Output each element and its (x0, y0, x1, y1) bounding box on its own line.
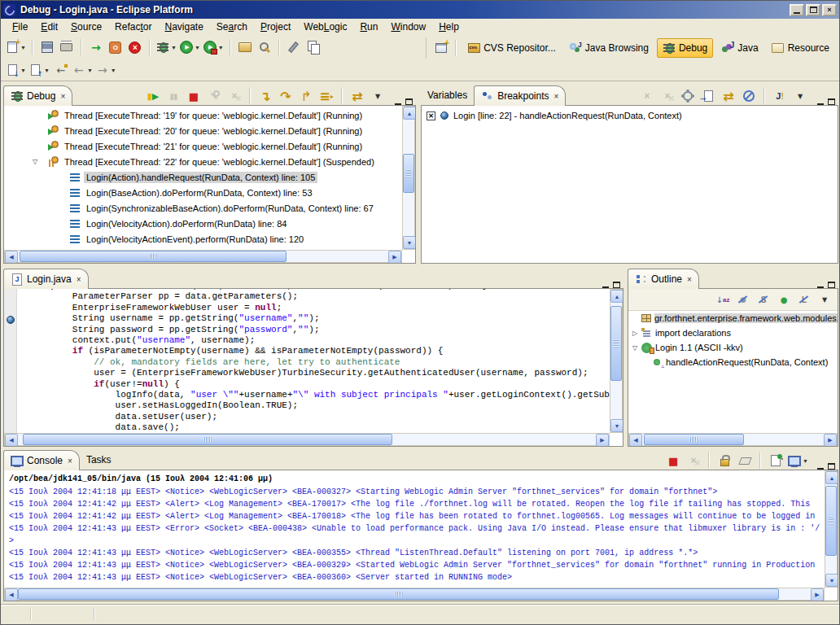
outline-row[interactable]: gr.forthnet.enterprise.framework.web.mod… (628, 311, 838, 326)
suspend-server-button[interactable] (107, 38, 125, 56)
terminate-button[interactable] (664, 452, 682, 470)
scroll-down-icon[interactable]: ▼ (403, 236, 416, 249)
tab-breakpoints[interactable]: Breakpoints × (474, 85, 566, 106)
remove-all-button[interactable] (225, 87, 243, 105)
perspective-resource[interactable]: Resource (767, 39, 834, 57)
dropdown-arrow-icon[interactable]: ▼ (20, 68, 26, 73)
minimize-icon[interactable] (602, 286, 609, 288)
dropdown-arrow-icon[interactable]: ▼ (87, 68, 93, 73)
tab-variables[interactable]: Variables (421, 85, 474, 105)
scroll-left-icon[interactable]: ◀ (5, 588, 18, 601)
hide-static-button[interactable] (755, 291, 772, 308)
step-into-button[interactable] (256, 87, 274, 105)
minimize-icon[interactable] (395, 103, 401, 105)
scroll-thumb[interactable] (403, 154, 414, 193)
menu-search[interactable]: Search (210, 20, 254, 34)
prev-annotation-button[interactable]: ▼ (28, 61, 50, 79)
perspective-debug[interactable]: Debug (657, 38, 713, 58)
gear-button[interactable] (679, 87, 697, 105)
scroll-left-icon[interactable]: ◀ (5, 434, 18, 447)
java-bp-button[interactable] (771, 87, 789, 105)
scroll-up-icon[interactable]: ▲ (403, 107, 416, 120)
hide-fields-button[interactable] (734, 291, 752, 308)
menu-help[interactable]: Help (432, 20, 466, 34)
back-button[interactable]: ▼ (72, 61, 94, 79)
step-filters-button[interactable] (317, 87, 335, 105)
tab-tasks[interactable]: Tasks (80, 450, 118, 470)
close-icon[interactable]: × (687, 275, 692, 284)
debug-tree-row[interactable]: Thread [ExecuteThread: '20' for queue: '… (4, 123, 402, 138)
hide-local-button[interactable] (795, 291, 813, 308)
scroll-thumb[interactable] (610, 306, 622, 381)
console-hscrollbar[interactable]: ◀ ▶ (4, 588, 825, 601)
dropdown-arrow-icon[interactable]: ▼ (195, 45, 200, 50)
outline-row[interactable]: ▷import declarations (628, 326, 838, 340)
expander-icon[interactable]: ▽ (630, 344, 640, 352)
menu-source[interactable]: Source (64, 20, 108, 34)
debug-tree-row[interactable]: Login(Action).handleRequest(RunData, Con… (4, 169, 402, 185)
menu-file[interactable]: File (6, 20, 34, 34)
tab-login-java[interactable]: Login.java × (3, 269, 89, 289)
scroll-down-icon[interactable]: ▼ (825, 574, 838, 587)
search-button[interactable] (256, 38, 273, 56)
debug-tree-row[interactable]: Login(VelocityActionEvent).perform(RunDa… (4, 231, 402, 247)
clear-button[interactable] (736, 452, 754, 470)
maximize-icon[interactable] (828, 463, 835, 470)
new-wizard-button[interactable]: ▼ (5, 38, 27, 56)
menu-project[interactable]: Project (254, 20, 297, 34)
minimize-icon[interactable] (817, 286, 824, 288)
display-console-button[interactable]: ▼ (787, 452, 809, 470)
scroll-right-icon[interactable]: ▶ (596, 434, 609, 447)
menu-edit[interactable]: Edit (34, 20, 64, 34)
link-debug-button[interactable] (720, 87, 737, 105)
close-icon[interactable]: × (77, 275, 81, 284)
debug-tree-row[interactable]: Login(BaseAction).doPerform(RunData, Con… (4, 185, 402, 200)
terminate-button[interactable] (185, 87, 203, 105)
resume-button[interactable] (144, 87, 162, 105)
console-vscrollbar[interactable]: ▲ ▼ (825, 470, 838, 588)
skip-all-button[interactable] (740, 87, 758, 105)
title-bar[interactable]: Debug - Login.java - Eclipse Platform × (1, 1, 839, 19)
maximize-icon[interactable] (828, 98, 835, 105)
remove-all-button[interactable] (685, 452, 702, 470)
remove-all-button[interactable] (658, 87, 676, 105)
breakpoint-item[interactable]: ×Login [line: 22] - handleActionRequest(… (422, 106, 838, 120)
pin-button[interactable] (767, 452, 785, 470)
sort-button[interactable] (714, 291, 732, 308)
tab-debug[interactable]: Debug × (3, 85, 72, 106)
hide-nonpublic-button[interactable] (775, 291, 793, 308)
scroll-lock-button[interactable] (715, 452, 733, 470)
close-icon[interactable]: × (68, 457, 72, 465)
tab-outline[interactable]: Outline × (628, 269, 699, 289)
debug-vscrollbar[interactable]: ▲▼ (402, 106, 415, 250)
menu-run[interactable]: Run (353, 20, 384, 34)
menu-window[interactable]: Window (384, 20, 432, 34)
scroll-left-icon[interactable]: ◀ (629, 434, 642, 447)
forward-button[interactable]: ▼ (95, 61, 117, 79)
next-annotation-button[interactable]: ▼ (5, 61, 27, 79)
external-tools-button[interactable]: ▼ (203, 38, 225, 56)
maximize-button[interactable] (806, 4, 820, 16)
open-type-button[interactable] (236, 38, 254, 56)
scroll-right-icon[interactable]: ▶ (388, 251, 401, 264)
run-button[interactable]: ▼ (179, 38, 201, 56)
code-area[interactable]: public void handleActionRequest(RunData … (18, 289, 610, 433)
menu-weblogic[interactable]: WebLogic (297, 20, 353, 34)
scroll-thumb[interactable] (20, 251, 287, 262)
step-over-button[interactable] (277, 87, 295, 105)
dropdown-arrow-icon[interactable]: ▼ (111, 68, 116, 73)
editor-gutter[interactable] (4, 289, 17, 433)
outline-row[interactable]: handleActionRequest(RunData, Context) (628, 355, 838, 369)
debug-hscrollbar[interactable]: ◀▶ (4, 250, 402, 263)
expander-icon[interactable]: ▽ (30, 158, 40, 165)
open-perspective-button[interactable] (432, 39, 450, 57)
dropdown-arrow-icon[interactable]: ▼ (171, 45, 177, 50)
editor-hscrollbar[interactable]: ◀ ▶ (4, 433, 610, 446)
debug-tree-row[interactable]: Login(VelocityAction).doPerform(RunData)… (4, 216, 402, 231)
start-server-button[interactable] (87, 38, 105, 56)
scroll-thumb[interactable] (18, 588, 779, 600)
console-output[interactable]: /opt/bea/jdk141_05/bin/java (15 Ιουλ 200… (4, 470, 825, 588)
debug-tree-row[interactable]: Login(SynchronizableBaseAction).doPerfor… (4, 200, 402, 216)
outline-row[interactable]: ▽Login 1.1 (ASCII -kkv) (628, 340, 838, 355)
scroll-up-icon[interactable]: ▲ (610, 290, 623, 303)
